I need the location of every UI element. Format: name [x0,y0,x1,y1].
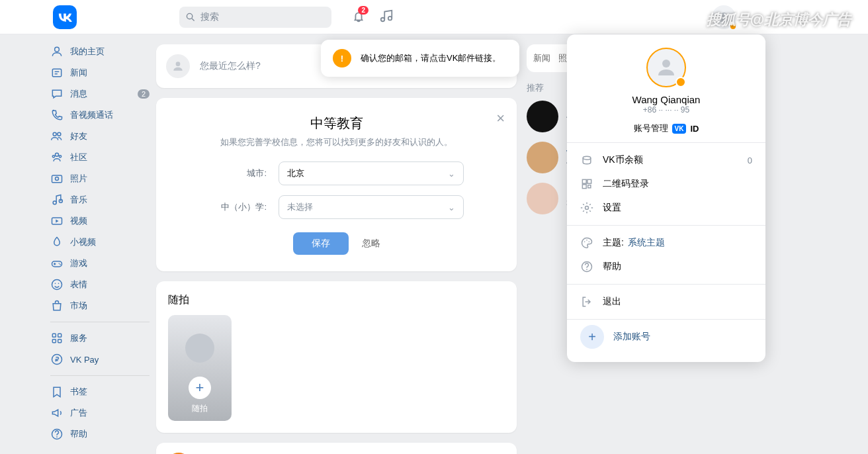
notification-badge: 2 [358,6,369,15]
nav-bookmark[interactable]: 书签 [44,381,156,402]
nav-photo[interactable]: 照片 [44,168,156,189]
search-input[interactable]: 搜索 [179,7,331,28]
nav-services[interactable]: 服务 [44,328,156,349]
profile-avatar[interactable] [646,48,686,87]
nav-ads[interactable]: 广告 [44,402,156,424]
svg-point-23 [55,283,56,285]
save-button[interactable]: 保存 [293,232,349,255]
svg-rect-25 [52,334,56,337]
svg-rect-40 [582,185,586,189]
popover-gear[interactable]: 设置 [567,196,765,220]
edu-subtitle: 如果您完善学校信息，您将可以找到更多的好友和认识的人。 [173,136,500,148]
svg-point-37 [583,156,591,159]
clips-icon [50,236,64,249]
nav-friends[interactable]: 好友 [44,126,156,147]
svg-point-3 [55,47,60,52]
palette-icon [580,236,593,250]
svg-point-0 [187,13,192,19]
warning-badge-icon [675,77,686,87]
music-icon[interactable] [379,9,394,26]
svg-point-9 [56,153,59,156]
feed-item[interactable]: TIM [156,443,517,454]
nav-news[interactable]: 新闻 [44,62,156,83]
profile-name: Wang Qianqian [567,94,765,105]
avatar [527,101,558,132]
svg-rect-28 [58,340,62,343]
manage-account-link[interactable]: 账号管理 VK ID [567,122,765,134]
svg-point-8 [58,132,61,136]
story-label: 随拍 [192,403,208,414]
coin-icon [580,154,593,167]
community-icon [50,151,64,164]
city-label: 城市: [173,167,279,179]
svg-point-32 [176,62,181,66]
popover-help[interactable]: 帮助 [567,255,765,279]
popover-coin[interactable]: VK币余额0 [567,148,765,172]
warning-badge-icon [729,23,737,30]
popover-palette[interactable]: 主题:系统主题 [567,231,765,255]
add-story-button[interactable]: + 随拍 [168,315,232,421]
svg-point-31 [56,436,58,437]
svg-rect-38 [582,179,586,183]
avatar [527,183,558,214]
video-icon [50,214,64,228]
photo-icon [50,172,64,185]
chevron-down-icon: ⌄ [448,203,455,212]
nav-user[interactable]: 我的主页 [44,41,156,62]
email-toast[interactable]: ! 确认您的邮箱，请点击VK邮件链接。 [321,40,519,77]
nav-music[interactable]: 音乐 [44,189,156,210]
notifications-icon[interactable]: 2 [351,9,366,26]
header-avatar[interactable] [712,5,736,29]
svg-point-13 [56,177,59,181]
svg-point-14 [53,201,56,204]
school-select[interactable]: 未选择 ⌄ [279,195,464,219]
qr-icon [580,177,593,191]
svg-point-24 [58,283,60,285]
nav-community[interactable]: 社区 [44,147,156,168]
education-card: × 中等教育 如果您完善学校信息，您将可以找到更多的好友和认识的人。 城市: 北… [156,98,517,271]
svg-point-43 [584,242,586,243]
svg-rect-17 [52,261,62,267]
nav-video[interactable]: 视频 [44,210,156,232]
chat-icon [50,87,64,101]
sidebar: 我的主页新闻消息2音视频通话好友社区照片音乐视频小视频游戏表情市场 服务VK P… [44,34,156,454]
school-label: 中（小）学: [173,201,279,213]
nav-clips[interactable]: 小视频 [44,232,156,253]
game-icon [50,257,64,270]
nav-phone[interactable]: 音视频通话 [44,105,156,126]
nav-help[interactable]: 帮助 [44,424,156,445]
account-popover: Wang Qianqian +86 ·· ··· ·· 95 账号管理 VK I… [567,34,765,362]
nav-game[interactable]: 游戏 [44,253,156,274]
sticker-icon [50,278,64,291]
toast-message: 确认您的邮箱，请点击VK邮件链接。 [361,52,501,64]
warning-icon: ! [333,49,351,68]
filter-pill[interactable]: 新闻 [531,48,553,68]
count-badge: 2 [138,89,150,99]
pay-icon [50,353,64,366]
svg-rect-27 [52,340,56,343]
market-icon [50,299,64,312]
user-icon [50,45,64,58]
avatar-placeholder [185,334,214,363]
vk-logo[interactable] [53,5,77,29]
friends-icon [50,130,64,143]
add-account-button[interactable]: + 添加账号 [567,325,765,349]
chevron-down-icon: ⌄ [448,169,455,179]
svg-point-7 [53,132,56,136]
nav-sticker[interactable]: 表情 [44,274,156,295]
svg-point-20 [59,263,60,264]
svg-point-45 [589,242,590,243]
skip-link[interactable]: 忽略 [362,238,380,250]
nav-pay[interactable]: VK Pay [44,349,156,370]
city-select[interactable]: 北京 ⌄ [279,161,464,185]
news-icon [50,66,64,79]
svg-point-36 [662,60,670,68]
plus-icon: + [189,377,211,399]
close-icon[interactable]: × [496,110,505,127]
popover-exit[interactable]: 退出 [567,290,765,314]
popover-qr[interactable]: 二维码登录 [567,172,765,196]
music-icon [50,193,64,206]
svg-point-2 [721,12,726,17]
nav-market[interactable]: 市场 [44,295,156,316]
nav-chat[interactable]: 消息2 [44,83,156,105]
